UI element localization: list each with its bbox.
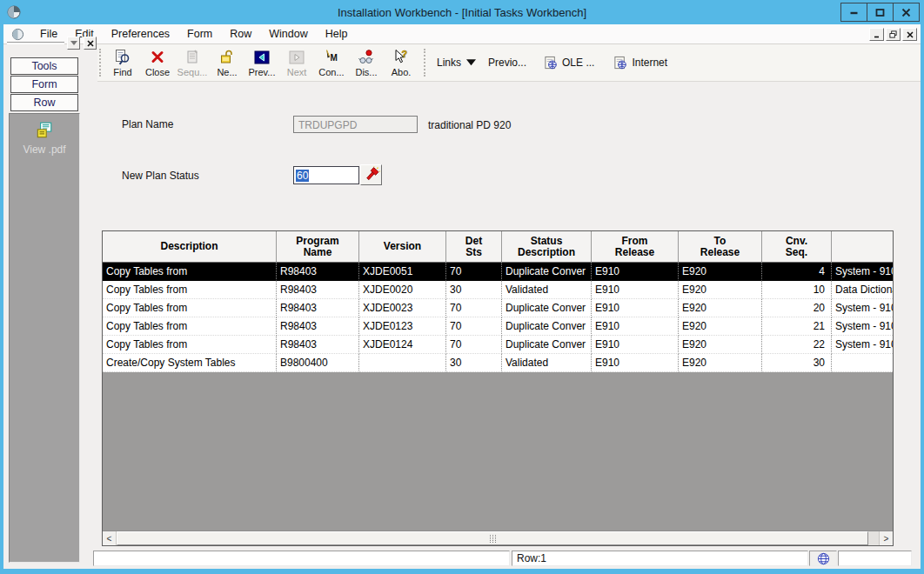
ole-button[interactable]: OLE ... (544, 56, 599, 70)
grid-cell[interactable]: XJDE0023 (359, 299, 446, 317)
grid-cell[interactable]: 10 (762, 281, 832, 299)
grid-cell[interactable]: E910 (592, 281, 679, 299)
scrollbar-thumb[interactable] (117, 531, 868, 545)
about-button[interactable]: ? Abo. (384, 45, 418, 80)
toolbar-gripper[interactable] (99, 49, 102, 77)
grid-cell[interactable]: E920 (679, 317, 762, 336)
grid-cell[interactable]: 70 (446, 299, 502, 317)
find-button[interactable]: Find (105, 45, 140, 80)
scroll-right-button[interactable]: > (879, 531, 893, 545)
links-dropdown[interactable]: Links (432, 57, 476, 69)
grid-cell[interactable]: R98403 (277, 317, 359, 336)
grid-cell[interactable]: Validated (502, 354, 592, 372)
grid-cell[interactable]: Duplicate Conver (502, 263, 592, 281)
grid-cell[interactable]: 30 (446, 354, 502, 372)
grid-cell[interactable]: R98403 (277, 281, 359, 299)
grid-cell[interactable]: E910 (592, 317, 679, 336)
mdi-close-button[interactable] (902, 28, 917, 41)
grid-cell[interactable]: E910 (592, 354, 679, 372)
column-header-to-release[interactable]: To Release (679, 231, 762, 262)
grid-cell[interactable]: System - 910 (832, 263, 893, 281)
view-pdf-item[interactable]: View .pdf (10, 114, 79, 156)
grid-cell[interactable]: R98403 (277, 263, 359, 281)
column-header-cnv-seq[interactable]: Cnv. Seq. (762, 231, 832, 262)
column-header-from-release[interactable]: From Release (592, 231, 679, 262)
display-button[interactable]: Dis... (349, 45, 384, 80)
grid-cell[interactable]: E910 (592, 336, 679, 354)
grid-cell[interactable]: System - 910 (832, 299, 893, 317)
table-row[interactable]: Copy Tables from R98403 XJDE0020 30 Vali… (103, 281, 893, 299)
new-plan-status-field[interactable]: 60 (293, 166, 359, 184)
close-window-button[interactable] (893, 3, 920, 22)
grid-cell[interactable]: R98403 (277, 336, 359, 354)
grid-cell[interactable]: 30 (446, 281, 502, 299)
grid-cell[interactable]: B9800400 (277, 354, 359, 372)
grid-cell[interactable]: E920 (679, 263, 762, 281)
scroll-left-button[interactable]: < (103, 531, 117, 545)
fastpath-dropdown-button[interactable] (67, 37, 80, 50)
grid-cell[interactable]: 70 (446, 336, 502, 354)
grid-cell[interactable]: E920 (679, 354, 762, 372)
plan-name-field[interactable]: TRDUPGPD (293, 116, 418, 133)
mdi-restore-button[interactable] (886, 28, 901, 41)
grid-cell[interactable]: R98403 (277, 299, 359, 317)
grid-cell[interactable]: Validated (502, 281, 592, 299)
scrollbar-track[interactable] (117, 531, 879, 545)
grid-cell[interactable]: E920 (679, 281, 762, 299)
grid-cell[interactable]: 20 (762, 299, 832, 317)
grid-cell[interactable]: XJDE0020 (359, 281, 446, 299)
menu-window[interactable]: Window (260, 26, 316, 42)
grid-cell[interactable]: Copy Tables from (103, 299, 277, 317)
grid-cell[interactable]: System - 910 (832, 317, 893, 336)
tab-row[interactable]: Row (10, 94, 78, 111)
visual-assist-button[interactable] (360, 164, 382, 185)
system-menu-icon[interactable] (11, 28, 24, 41)
minimize-button[interactable] (840, 3, 867, 22)
grid-cell[interactable]: XJDE0051 (359, 263, 446, 281)
table-row[interactable]: Copy Tables from R98403 XJDE0051 70 Dupl… (103, 263, 893, 281)
horizontal-scrollbar[interactable]: < > (103, 531, 893, 545)
column-header-program-name[interactable]: Program Name (277, 231, 359, 262)
grid-cell[interactable]: XJDE0124 (359, 336, 446, 354)
table-row[interactable]: Create/Copy System Tables B9800400 30 Va… (103, 354, 893, 372)
column-header-det-sts[interactable]: Det Sts (446, 231, 502, 262)
grid-cell[interactable]: 30 (762, 354, 832, 372)
grid-cell[interactable]: 70 (446, 317, 502, 336)
fastpath-close-button[interactable] (84, 37, 97, 50)
menu-preferences[interactable]: Preferences (103, 26, 178, 42)
menu-help[interactable]: Help (317, 26, 357, 42)
new-button[interactable]: Ne... (210, 45, 244, 80)
column-header-description[interactable]: Description (103, 231, 277, 262)
grid-cell[interactable]: Copy Tables from (103, 281, 277, 299)
grid-cell[interactable]: E910 (592, 299, 679, 317)
maximize-button[interactable] (867, 3, 894, 22)
grid-cell[interactable]: Duplicate Conver (502, 317, 592, 336)
fastpath-combo[interactable] (7, 42, 64, 44)
tab-tools[interactable]: Tools (10, 57, 78, 75)
menu-row[interactable]: Row (221, 26, 260, 42)
grid-cell[interactable] (832, 354, 893, 372)
previous-button[interactable]: Prev... (244, 45, 279, 80)
menu-form[interactable]: Form (178, 26, 221, 42)
grid-cell[interactable]: Data Dictionary (832, 281, 893, 299)
grid-cell[interactable] (359, 354, 446, 372)
mdi-minimize-button[interactable] (869, 28, 884, 41)
menu-file[interactable]: File (31, 26, 66, 42)
close-button[interactable]: Close (140, 45, 175, 80)
previous-link-button[interactable]: Previo... (476, 57, 532, 69)
grid-cell[interactable]: XJDE0123 (359, 317, 446, 336)
grid-cell[interactable]: Duplicate Conver (502, 299, 592, 317)
grid-cell[interactable]: 21 (762, 317, 832, 336)
grid-cell[interactable]: Duplicate Conver (502, 336, 592, 354)
table-row[interactable]: Copy Tables from R98403 XJDE0123 70 Dupl… (103, 317, 893, 336)
table-row[interactable]: Copy Tables from R98403 XJDE0023 70 Dupl… (103, 299, 893, 317)
internet-button[interactable]: Internet (613, 56, 673, 70)
column-header-extra[interactable] (832, 231, 893, 262)
grid-cell[interactable]: E920 (679, 336, 762, 354)
grid-cell[interactable]: Create/Copy System Tables (103, 354, 277, 372)
column-header-version[interactable]: Version (359, 231, 446, 262)
grid-cell[interactable]: Copy Tables from (103, 263, 277, 281)
grid-cell[interactable]: E920 (679, 299, 762, 317)
grid-cell[interactable]: 4 (762, 263, 832, 281)
confirm-button[interactable]: M Con... (314, 45, 349, 80)
